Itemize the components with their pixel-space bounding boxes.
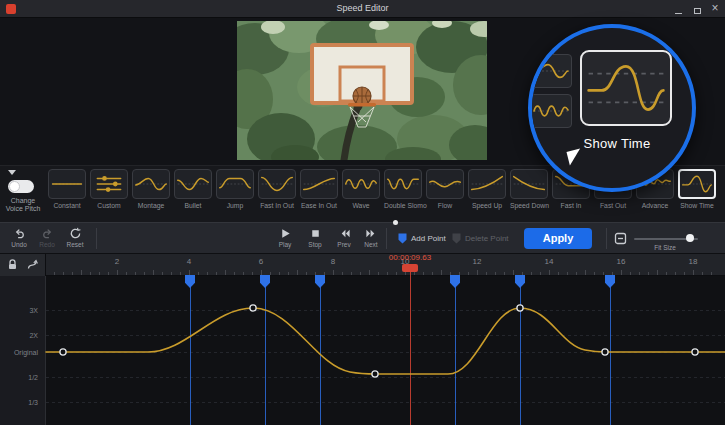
speed-scale-label: 3X [29, 307, 38, 314]
play-button[interactable]: Play [272, 227, 298, 248]
curve-tool-icon[interactable] [26, 258, 39, 271]
preset-speed-up[interactable]: Speed Up [468, 169, 506, 209]
preset-label: Double Slomo [384, 202, 422, 209]
ruler-number: 8 [323, 257, 343, 266]
undo-button[interactable]: Undo [6, 227, 32, 248]
prev-button[interactable]: Prev [331, 227, 357, 248]
preset-fast-in-out[interactable]: Fast In Out [258, 169, 296, 209]
preset-custom[interactable]: Custom [90, 169, 128, 209]
window-title: Speed Editor [0, 3, 725, 13]
ruler-tick [540, 272, 541, 275]
ruler-tick [513, 270, 514, 275]
speed-scale-label: 1/2 [28, 374, 38, 381]
ruler-number: 16 [611, 257, 631, 266]
collapse-arrow-icon[interactable] [8, 170, 16, 175]
jump-curve-icon [216, 169, 254, 199]
preset-label: Speed Up [468, 202, 506, 209]
ruler-tick [90, 272, 91, 275]
reset-label: Reset [62, 241, 88, 248]
ruler-tick [216, 272, 217, 275]
next-label: Next [358, 241, 384, 248]
ruler-tick [108, 272, 109, 275]
speed-down-curve-icon [510, 169, 548, 199]
zoom-slider-knob[interactable] [686, 234, 694, 242]
ruler-tick [423, 272, 424, 275]
ruler-tick [522, 272, 523, 275]
ruler-tick [135, 272, 136, 275]
ruler-tick [486, 272, 487, 275]
ruler-tick [225, 270, 226, 275]
ruler-tick [171, 272, 172, 275]
keyframe-flag-icon [452, 233, 461, 244]
magnifier-callout: Show Time [528, 24, 696, 192]
divider [386, 228, 387, 249]
preset-wave[interactable]: Wave [342, 169, 380, 209]
playhead-marker[interactable] [402, 264, 418, 272]
preset-constant[interactable]: Constant [48, 169, 86, 209]
timeline-ruler[interactable]: 24681012141618 [0, 254, 725, 276]
double-slomo-curve-icon [384, 169, 422, 199]
ruler-tick [477, 270, 478, 275]
gridline [46, 377, 725, 378]
ruler-tick [54, 272, 55, 275]
ruler-tick [549, 270, 550, 275]
preset-jump[interactable]: Jump [216, 169, 254, 209]
keyframe-line [190, 276, 191, 425]
keyframe-pin[interactable] [515, 275, 525, 288]
ruler-tick [189, 270, 190, 275]
keyframe-pin[interactable] [605, 275, 615, 288]
lock-icon[interactable] [6, 258, 19, 271]
ruler-tick [594, 272, 595, 275]
keyframe-pin[interactable] [260, 275, 270, 288]
close-icon[interactable]: × [706, 0, 724, 18]
preset-ease-in-out[interactable]: Ease In Out [300, 169, 338, 209]
preset-montage[interactable]: Montage [132, 169, 170, 209]
delete-point-button[interactable]: Delete Point [452, 233, 509, 244]
ruler-tick [306, 272, 307, 275]
preset-bullet[interactable]: Bullet [174, 169, 212, 209]
keyframe-pin[interactable] [185, 275, 195, 288]
minimize-icon[interactable] [669, 0, 687, 18]
keyframe-pin[interactable] [450, 275, 460, 288]
redo-label: Redo [34, 241, 60, 248]
titlebar: Speed Editor × [0, 0, 725, 18]
speed-graph[interactable]: 3X2XOriginal1/21/3 [0, 276, 725, 425]
ruler-tick [288, 272, 289, 275]
fit-size-icon[interactable] [614, 231, 627, 249]
preset-double-slomo[interactable]: Double Slomo [384, 169, 422, 209]
keyframe-line [320, 276, 321, 425]
preset-label: Show Time [678, 202, 716, 209]
magnified-neighbor-thumb [530, 94, 572, 128]
flow-curve-icon [426, 169, 464, 199]
maximize-icon[interactable] [688, 0, 706, 18]
ruler-tick [81, 270, 82, 275]
preset-label: Ease In Out [300, 202, 338, 209]
preset-speed-down[interactable]: Speed Down [510, 169, 548, 209]
montage-curve-icon [132, 169, 170, 199]
reset-button[interactable]: Reset [62, 227, 88, 248]
preset-flow[interactable]: Flow [426, 169, 464, 209]
redo-button[interactable]: Redo [34, 227, 60, 248]
stop-button[interactable]: Stop [302, 227, 328, 248]
ruler-tick [702, 272, 703, 275]
preset-scroll-thumb[interactable] [393, 220, 398, 225]
ruler-tick [279, 272, 280, 275]
preset-show-time[interactable]: Show Time [678, 169, 716, 209]
keyframe-flag-icon [398, 233, 407, 244]
ruler-tick [378, 272, 379, 275]
add-point-button[interactable]: Add Point [398, 233, 446, 244]
ruler-tick [63, 272, 64, 275]
ruler-tick [495, 272, 496, 275]
voice-pitch-toggle[interactable] [8, 180, 34, 193]
keyframe-pin[interactable] [315, 275, 325, 288]
gridline [46, 335, 725, 336]
current-time-label: 00:00:09.63 [380, 253, 440, 262]
ruler-tick [441, 270, 442, 275]
apply-button[interactable]: Apply [524, 228, 592, 249]
ruler-tick [207, 272, 208, 275]
ruler-number: 4 [179, 257, 199, 266]
ruler-tick [153, 270, 154, 275]
ruler-tick [531, 272, 532, 275]
next-button[interactable]: Next [358, 227, 384, 248]
ruler-tick [99, 272, 100, 275]
